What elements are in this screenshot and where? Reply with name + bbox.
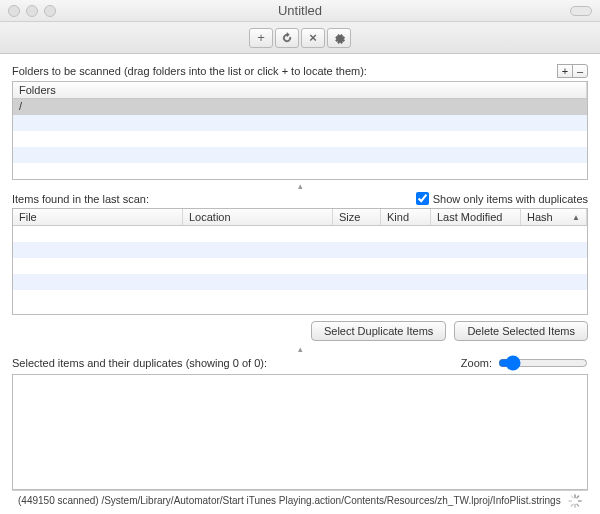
items-table-header: File Location Size Kind Last Modified Ha… — [13, 209, 587, 226]
refresh-icon — [281, 32, 293, 44]
zoom-slider[interactable] — [498, 355, 588, 371]
selected-label: Selected items and their duplicates (sho… — [12, 357, 267, 369]
settings-button[interactable] — [327, 28, 351, 48]
select-duplicates-button[interactable]: Select Duplicate Items — [311, 321, 446, 341]
zoom-window-button[interactable] — [44, 5, 56, 17]
folders-table-header: Folders — [13, 82, 587, 99]
titlebar: Untitled — [0, 0, 600, 22]
x-icon: × — [309, 30, 317, 45]
table-row — [13, 226, 587, 242]
table-row — [13, 147, 587, 163]
svg-line-7 — [571, 496, 573, 498]
zoom-label: Zoom: — [461, 357, 492, 369]
table-row — [13, 163, 587, 179]
svg-line-1 — [577, 496, 579, 498]
refresh-button[interactable] — [275, 28, 299, 48]
items-label: Items found in the last scan: — [12, 193, 149, 205]
traffic-lights — [8, 5, 56, 17]
content-area: Folders to be scanned (drag folders into… — [0, 54, 600, 514]
window-title: Untitled — [0, 3, 600, 18]
splitter-handle[interactable]: ▴ — [12, 180, 588, 192]
status-bar: (449150 scanned) /System/Library/Automat… — [12, 490, 588, 510]
table-row — [13, 290, 587, 306]
kind-column-header[interactable]: Kind — [381, 209, 431, 225]
duplicates-preview-pane[interactable] — [12, 374, 588, 490]
table-row — [13, 242, 587, 258]
add-folder-button[interactable]: + — [557, 64, 573, 78]
hash-column-header[interactable]: Hash ▲ — [521, 209, 587, 225]
delete-selected-button[interactable]: Delete Selected Items — [454, 321, 588, 341]
folders-table-body[interactable]: / — [13, 99, 587, 179]
sort-ascending-icon: ▲ — [572, 213, 580, 222]
folder-path-cell: / — [13, 99, 587, 115]
show-dupes-checkbox-wrap[interactable]: Show only items with duplicates — [416, 192, 588, 205]
progress-spinner-icon — [568, 494, 582, 508]
table-row — [13, 131, 587, 147]
zoom-control: Zoom: — [461, 355, 588, 371]
folders-section-label-row: Folders to be scanned (drag folders into… — [12, 64, 588, 78]
items-table: File Location Size Kind Last Modified Ha… — [12, 208, 588, 315]
folders-column-header[interactable]: Folders — [13, 82, 587, 98]
show-dupes-checkbox[interactable] — [416, 192, 429, 205]
table-row — [13, 258, 587, 274]
svg-line-5 — [571, 504, 573, 506]
folders-table: Folders / — [12, 81, 588, 180]
cancel-button[interactable]: × — [301, 28, 325, 48]
action-buttons-row: Select Duplicate Items Delete Selected I… — [12, 321, 588, 341]
remove-folder-button[interactable]: – — [572, 64, 588, 78]
table-row[interactable]: / — [13, 99, 587, 115]
table-row — [13, 115, 587, 131]
items-section-label-row: Items found in the last scan: Show only … — [12, 192, 588, 205]
splitter-handle-2[interactable]: ▴ — [12, 343, 588, 355]
size-column-header[interactable]: Size — [333, 209, 381, 225]
table-row — [13, 274, 587, 290]
selected-section-label-row: Selected items and their duplicates (sho… — [12, 355, 588, 371]
location-column-header[interactable]: Location — [183, 209, 333, 225]
gear-icon — [333, 32, 345, 44]
svg-line-3 — [577, 504, 579, 506]
main-toolbar: + × — [0, 22, 600, 54]
toolbar-toggle-button[interactable] — [570, 6, 592, 16]
show-dupes-label: Show only items with duplicates — [433, 193, 588, 205]
folders-label: Folders to be scanned (drag folders into… — [12, 65, 367, 77]
status-text: (449150 scanned) /System/Library/Automat… — [18, 495, 561, 506]
items-table-body[interactable] — [13, 226, 587, 314]
plus-icon: + — [257, 30, 265, 45]
minimize-window-button[interactable] — [26, 5, 38, 17]
hash-column-label: Hash — [527, 211, 553, 223]
file-column-header[interactable]: File — [13, 209, 183, 225]
add-button[interactable]: + — [249, 28, 273, 48]
last-modified-column-header[interactable]: Last Modified — [431, 209, 521, 225]
close-window-button[interactable] — [8, 5, 20, 17]
